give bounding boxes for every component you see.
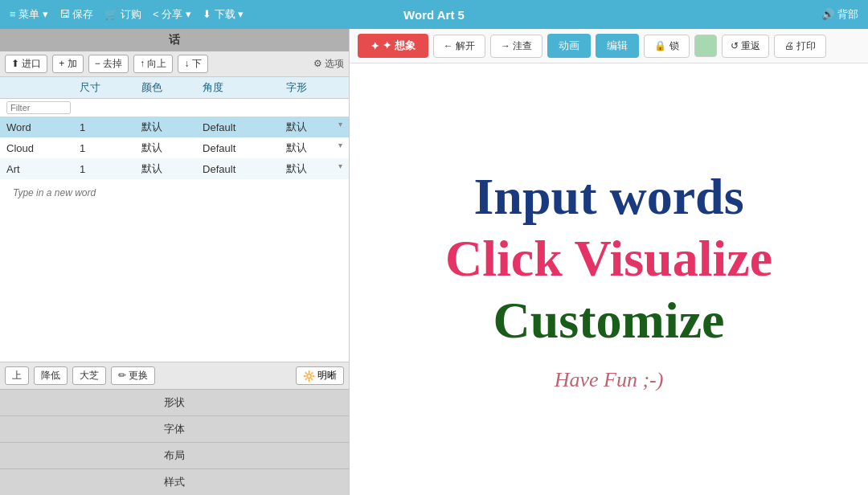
- shape-cell: 默认 ▾: [280, 117, 349, 137]
- share-btn[interactable]: < 分享 ▾: [153, 7, 191, 22]
- titlebar-left-menu: ≡ 菜单 ▾ 🖫 保存 🛒 订购 < 分享 ▾ ⬇ 下载 ▾: [10, 7, 244, 22]
- canvas-area: Input words Click Visualize Customize Ha…: [350, 63, 868, 495]
- canvas-line-4: Have Fun ;-): [555, 368, 664, 392]
- col-word: [0, 77, 73, 99]
- highlight-icon: 🔆: [303, 370, 315, 382]
- filter-input[interactable]: [6, 101, 71, 114]
- down-btn[interactable]: ↓ 下: [178, 55, 207, 73]
- col-color: 颜色: [135, 77, 197, 99]
- up-btn[interactable]: ↑ 向上: [133, 55, 173, 73]
- top-toolbar: ✦ ✦ 想象 ← 解开 → 洼查 动画 编辑 🔒 锁 ↺ 重返 🖨 打印: [350, 29, 868, 63]
- highlight-btn[interactable]: 🔆 明晰: [296, 366, 344, 385]
- animate-btn[interactable]: 动画: [547, 34, 591, 58]
- back-btn[interactable]: 🔊 背部: [821, 7, 858, 22]
- lower-btn[interactable]: 降低: [34, 366, 68, 385]
- redo-btn[interactable]: ↺ 重返: [722, 35, 769, 58]
- canvas-line-1: Input words: [473, 166, 743, 228]
- canvas-line-2: Click Visualize: [445, 228, 772, 290]
- visualize-btn[interactable]: ✦ ✦ 想象: [358, 34, 428, 58]
- color-picker[interactable]: [694, 35, 717, 57]
- color-cell: 默认: [135, 137, 197, 158]
- replace-btn[interactable]: ✏ 更换: [111, 366, 155, 385]
- angle-cell: Default: [196, 117, 280, 137]
- size-cell: 1: [73, 158, 135, 179]
- download-btn[interactable]: ⬇ 下载 ▾: [203, 7, 244, 22]
- font-accordion[interactable]: 字体: [0, 415, 349, 442]
- bottom-controls: 上 降低 大芝 ✏ 更换 🔆 明晰: [0, 362, 349, 389]
- menu-btn[interactable]: ≡ 菜单 ▾: [10, 7, 48, 22]
- word-cell: Cloud: [0, 137, 73, 158]
- big-btn[interactable]: 大芝: [72, 366, 106, 385]
- options-btn[interactable]: ⚙ 选项: [313, 57, 344, 71]
- import-btn[interactable]: ⬆ 进口: [5, 55, 47, 73]
- color-cell: 默认: [135, 158, 197, 179]
- remove-btn[interactable]: − 去掉: [88, 55, 129, 73]
- layout-accordion[interactable]: 布局: [0, 442, 349, 468]
- size-cell: 1: [73, 137, 135, 158]
- filter-row: [0, 99, 349, 117]
- size-cell: 1: [73, 117, 135, 137]
- unlock-btn[interactable]: ← 解开: [433, 35, 485, 58]
- left-panel: 话 ⬆ 进口 + 加 − 去掉 ↑ 向上 ↓ 下 ⚙ 选项 尺寸 颜色 角度 字…: [0, 29, 350, 495]
- table-row[interactable]: Art 1 默认 Default 默认 ▾: [0, 158, 349, 179]
- shape-accordion[interactable]: 形状: [0, 389, 349, 415]
- visualize-icon: ✦: [371, 40, 379, 52]
- print-btn[interactable]: 🖨 打印: [774, 35, 826, 58]
- canvas-line-3: Customize: [493, 290, 725, 352]
- left-panel-header: 话: [0, 29, 349, 51]
- color-cell: 默认: [135, 117, 197, 137]
- word-table: 尺寸 颜色 角度 字形 Word 1 默认: [0, 77, 349, 207]
- shape-cell: 默认 ▾: [280, 158, 349, 179]
- col-size: 尺寸: [73, 77, 135, 99]
- shape-cell: 默认 ▾: [280, 137, 349, 158]
- edit-btn[interactable]: 编辑: [596, 34, 639, 58]
- main-layout: 话 ⬆ 进口 + 加 − 去掉 ↑ 向上 ↓ 下 ⚙ 选项 尺寸 颜色 角度 字…: [0, 29, 868, 495]
- word-toolbar: ⬆ 进口 + 加 − 去掉 ↑ 向上 ↓ 下 ⚙ 选项: [0, 51, 349, 77]
- word-table-container: 尺寸 颜色 角度 字形 Word 1 默认: [0, 77, 349, 362]
- new-word-input[interactable]: [6, 182, 342, 203]
- add-btn[interactable]: + 加: [52, 55, 83, 73]
- col-angle: 角度: [196, 77, 280, 99]
- accordion-container: 形状 字体 布局 样式: [0, 389, 349, 495]
- table-row[interactable]: Word 1 默认 Default 默认 ▾: [0, 117, 349, 137]
- app-title: Word Art 5: [403, 8, 465, 22]
- up-control-btn[interactable]: 上: [5, 366, 29, 385]
- table-header-row: 尺寸 颜色 角度 字形: [0, 77, 349, 99]
- lock-btn[interactable]: 🔒 锁: [644, 35, 689, 58]
- new-word-row: [0, 179, 349, 207]
- angle-cell: Default: [196, 137, 280, 158]
- titlebar: ≡ 菜单 ▾ 🖫 保存 🛒 订购 < 分享 ▾ ⬇ 下载 ▾ Word Art …: [0, 0, 868, 29]
- angle-cell: Default: [196, 158, 280, 179]
- word-cell: Art: [0, 158, 73, 179]
- col-shape: 字形: [280, 77, 349, 99]
- word-cell: Word: [0, 117, 73, 137]
- search-btn[interactable]: → 洼查: [490, 35, 542, 58]
- style-accordion[interactable]: 样式: [0, 468, 349, 495]
- right-panel: ✦ ✦ 想象 ← 解开 → 洼查 动画 编辑 🔒 锁 ↺ 重返 🖨 打印 Inp…: [350, 29, 868, 495]
- order-btn[interactable]: 🛒 订购: [104, 7, 141, 22]
- table-row[interactable]: Cloud 1 默认 Default 默认 ▾: [0, 137, 349, 158]
- save-btn[interactable]: 🖫 保存: [59, 7, 94, 22]
